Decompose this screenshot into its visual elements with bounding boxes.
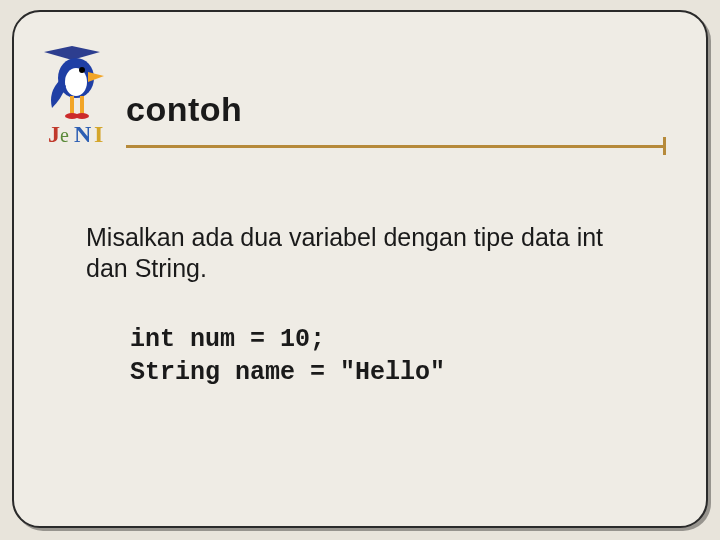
underline-bar xyxy=(126,145,666,148)
code-line-1: int num = 10; xyxy=(130,325,325,354)
svg-rect-7 xyxy=(80,96,84,114)
slide-title: contoh xyxy=(126,90,666,129)
svg-rect-1 xyxy=(68,52,76,58)
svg-text:I: I xyxy=(94,121,103,147)
svg-text:N: N xyxy=(74,121,92,147)
slide-frame: J e N I contoh Misalkan ada dua variabel… xyxy=(12,10,708,528)
svg-rect-6 xyxy=(70,96,74,114)
code-line-2: String name = "Hello" xyxy=(130,358,445,387)
slide-header: contoh xyxy=(126,90,666,157)
jeni-mascot-logo: J e N I xyxy=(42,38,120,156)
svg-text:e: e xyxy=(60,124,69,146)
slide-paragraph: Misalkan ada dua variabel dengan tipe da… xyxy=(86,222,646,285)
underline-tick xyxy=(663,137,666,155)
svg-point-9 xyxy=(75,113,89,119)
svg-text:J: J xyxy=(48,121,60,147)
logo-icon: J e N I xyxy=(42,38,120,156)
svg-point-5 xyxy=(79,67,85,73)
code-block: int num = 10; String name = "Hello" xyxy=(130,324,646,389)
svg-marker-4 xyxy=(88,72,104,82)
title-underline xyxy=(126,139,666,157)
